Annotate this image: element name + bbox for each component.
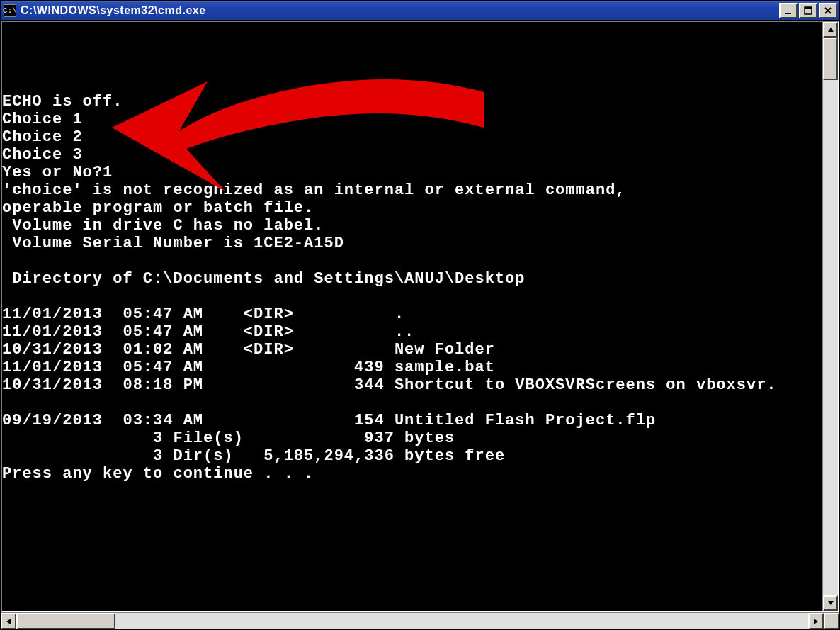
scroll-left-button[interactable] (1, 613, 16, 629)
console-line: 'choice' is not recognized as an interna… (2, 181, 822, 199)
console-line: Volume Serial Number is 1CE2-A15D (2, 235, 822, 252)
cmd-window: C:\ C:\WINDOWS\system32\cmd.exe (0, 0, 840, 630)
console-line: Choice 1 (2, 111, 822, 128)
chevron-down-icon (827, 600, 834, 607)
console-line: Volume in drive C has no label. (2, 217, 822, 235)
maximize-button[interactable] (799, 3, 817, 18)
maximize-icon (804, 6, 812, 15)
console-line: 3 File(s) 937 bytes (2, 429, 822, 447)
chevron-right-icon (812, 618, 819, 625)
close-icon (824, 6, 832, 15)
horizontal-scroll-thumb[interactable] (16, 613, 115, 629)
chevron-up-icon (827, 26, 834, 33)
console-line: 10/31/2013 01:02 AM <DIR> New Folder (2, 341, 822, 359)
svg-rect-0 (785, 13, 791, 14)
client-area: ECHO is off.Choice 1Choice 2Choice 3Yes … (1, 21, 839, 612)
console-line: 11/01/2013 05:47 AM <DIR> .. (2, 323, 822, 341)
console-line: Choice 3 (2, 146, 822, 164)
console-line: 10/31/2013 08:18 PM 344 Shortcut to VBOX… (2, 376, 822, 394)
vertical-scroll-thumb[interactable] (823, 38, 838, 80)
console-line (2, 394, 822, 412)
close-button[interactable] (819, 3, 837, 18)
svg-rect-2 (805, 7, 812, 9)
scroll-down-button[interactable] (823, 595, 838, 611)
vertical-scrollbar[interactable] (822, 22, 838, 611)
console-line: 11/01/2013 05:47 AM 439 sample.bat (2, 359, 822, 376)
console-line: Press any key to continue . . . (2, 465, 822, 483)
console-line: 3 Dir(s) 5,185,294,336 bytes free (2, 447, 822, 465)
scroll-up-button[interactable] (823, 22, 838, 38)
console-line: ECHO is off. (2, 93, 822, 111)
horizontal-scrollbar[interactable] (1, 613, 824, 629)
scrollbar-corner (824, 613, 839, 629)
cmd-app-icon: C:\ (4, 4, 16, 17)
console-line: 11/01/2013 05:47 AM <DIR> . (2, 305, 822, 323)
console-line (2, 288, 822, 305)
minimize-icon (784, 6, 793, 15)
console-line: operable program or batch file. (2, 199, 822, 217)
console-line: Yes or No?1 (2, 164, 822, 181)
chevron-left-icon (5, 618, 12, 625)
minimize-button[interactable] (779, 3, 798, 18)
scroll-right-button[interactable] (808, 613, 824, 629)
horizontal-scrollbar-strip (1, 612, 839, 629)
title-bar[interactable]: C:\ C:\WINDOWS\system32\cmd.exe (1, 1, 839, 21)
console-line: Directory of C:\Documents and Settings\A… (2, 270, 822, 288)
vertical-scroll-track[interactable] (823, 38, 838, 595)
console-line (2, 252, 822, 270)
horizontal-scroll-track[interactable] (16, 613, 808, 629)
window-title: C:\WINDOWS\system32\cmd.exe (21, 4, 779, 17)
console-line: Choice 2 (2, 128, 822, 146)
window-buttons (779, 3, 837, 18)
console-output[interactable]: ECHO is off.Choice 1Choice 2Choice 3Yes … (2, 22, 822, 611)
console-line: 09/19/2013 03:34 AM 154 Untitled Flash P… (2, 412, 822, 429)
